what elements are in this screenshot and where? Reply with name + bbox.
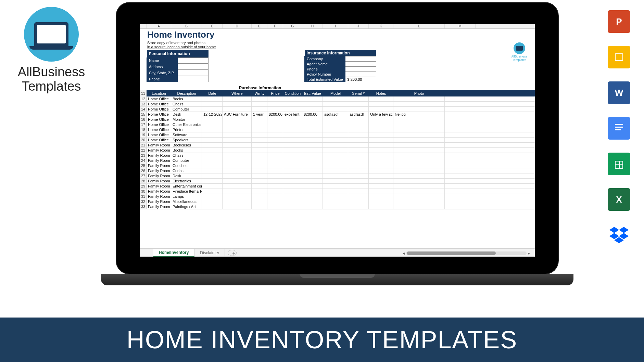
cell[interactable]	[202, 138, 223, 142]
cell[interactable]	[323, 127, 348, 132]
cell[interactable]: excellent	[283, 112, 302, 117]
cell[interactable]	[393, 122, 445, 127]
cell[interactable]	[202, 168, 223, 173]
cell[interactable]	[393, 179, 445, 183]
row-number[interactable]: 20	[140, 138, 147, 142]
cell[interactable]: Entertainment center	[171, 184, 202, 189]
cell[interactable]	[302, 153, 323, 158]
cell[interactable]	[202, 158, 223, 163]
cell[interactable]	[393, 102, 445, 106]
cell[interactable]	[393, 204, 445, 209]
cell[interactable]	[302, 194, 323, 199]
cell[interactable]	[369, 179, 393, 183]
cell[interactable]	[223, 179, 252, 183]
column-header[interactable]: L	[393, 24, 445, 28]
row-number[interactable]: 28	[140, 179, 147, 183]
cell[interactable]	[369, 96, 393, 101]
cell[interactable]	[223, 184, 252, 189]
cell[interactable]	[393, 189, 445, 194]
scroll-track[interactable]	[406, 251, 527, 255]
cell[interactable]	[348, 194, 369, 199]
cell[interactable]	[369, 143, 393, 147]
cell[interactable]	[223, 163, 252, 168]
cell[interactable]	[283, 148, 302, 153]
cell[interactable]	[369, 189, 393, 194]
cell[interactable]	[348, 158, 369, 163]
cell[interactable]: Paintings / Art	[171, 204, 202, 209]
cell[interactable]	[323, 138, 348, 142]
personal-field-input[interactable]	[178, 76, 209, 82]
cell[interactable]	[202, 107, 223, 112]
personal-field-input[interactable]	[178, 57, 209, 64]
cell[interactable]: Family Room	[147, 148, 171, 153]
cell[interactable]	[393, 158, 445, 163]
cell[interactable]	[302, 138, 323, 142]
cell[interactable]	[348, 173, 369, 178]
row-number[interactable]: 15	[140, 112, 147, 117]
cell[interactable]	[283, 168, 302, 173]
cell[interactable]: Other Electronics	[171, 122, 202, 127]
cell[interactable]	[202, 189, 223, 194]
row-number[interactable]: 19	[140, 132, 147, 137]
cell[interactable]	[348, 153, 369, 158]
cell[interactable]: Couches	[171, 163, 202, 168]
cell[interactable]	[323, 148, 348, 153]
cell[interactable]: Bookcases	[171, 143, 202, 147]
row-number[interactable]: 14	[140, 107, 147, 112]
cell[interactable]: $200,00	[267, 112, 283, 117]
cell[interactable]: Family Room	[147, 158, 171, 163]
cell[interactable]	[348, 127, 369, 132]
cell[interactable]	[302, 184, 323, 189]
cell[interactable]	[348, 107, 369, 112]
cell[interactable]	[283, 179, 302, 183]
cell[interactable]	[267, 173, 283, 178]
cell[interactable]	[223, 132, 252, 137]
cell[interactable]	[283, 107, 302, 112]
cell[interactable]	[252, 199, 267, 204]
cell[interactable]: Chairs	[171, 153, 202, 158]
cell[interactable]	[283, 96, 302, 101]
column-header[interactable]: J	[348, 24, 369, 28]
word-icon[interactable]: W	[608, 81, 630, 104]
cell[interactable]	[393, 168, 445, 173]
cell[interactable]	[283, 102, 302, 106]
cell[interactable]: Desk	[171, 173, 202, 178]
row-number[interactable]: 22	[140, 148, 147, 153]
cell[interactable]	[369, 138, 393, 142]
cell[interactable]	[369, 148, 393, 153]
cell[interactable]	[223, 189, 252, 194]
cell[interactable]	[348, 199, 369, 204]
cell[interactable]	[302, 204, 323, 209]
cell[interactable]	[223, 127, 252, 132]
cell[interactable]	[393, 194, 445, 199]
cell[interactable]	[252, 138, 267, 142]
cell[interactable]: $200,00	[302, 112, 323, 117]
cell[interactable]	[348, 102, 369, 106]
cell[interactable]	[302, 143, 323, 147]
column-header[interactable]: I	[323, 24, 348, 28]
cell[interactable]	[393, 143, 445, 147]
cell[interactable]	[323, 153, 348, 158]
cell[interactable]	[369, 122, 393, 127]
cell[interactable]	[267, 96, 283, 101]
cell[interactable]	[323, 132, 348, 137]
cell[interactable]	[283, 199, 302, 204]
cell[interactable]: Family Room	[147, 163, 171, 168]
column-header[interactable]: F	[267, 24, 283, 28]
cell[interactable]	[393, 138, 445, 142]
cell[interactable]: Family Room	[147, 143, 171, 147]
cell[interactable]: Books	[171, 96, 202, 101]
cell[interactable]	[267, 184, 283, 189]
cell[interactable]	[252, 153, 267, 158]
cell[interactable]: Books	[171, 148, 202, 153]
cell[interactable]	[223, 148, 252, 153]
cell[interactable]	[202, 163, 223, 168]
cell[interactable]: Curios	[171, 168, 202, 173]
cell[interactable]	[283, 117, 302, 122]
cell[interactable]	[252, 163, 267, 168]
cell[interactable]: 1 year	[252, 112, 267, 117]
cell[interactable]	[369, 173, 393, 178]
cell[interactable]	[267, 153, 283, 158]
cell[interactable]	[302, 173, 323, 178]
cell[interactable]	[348, 163, 369, 168]
